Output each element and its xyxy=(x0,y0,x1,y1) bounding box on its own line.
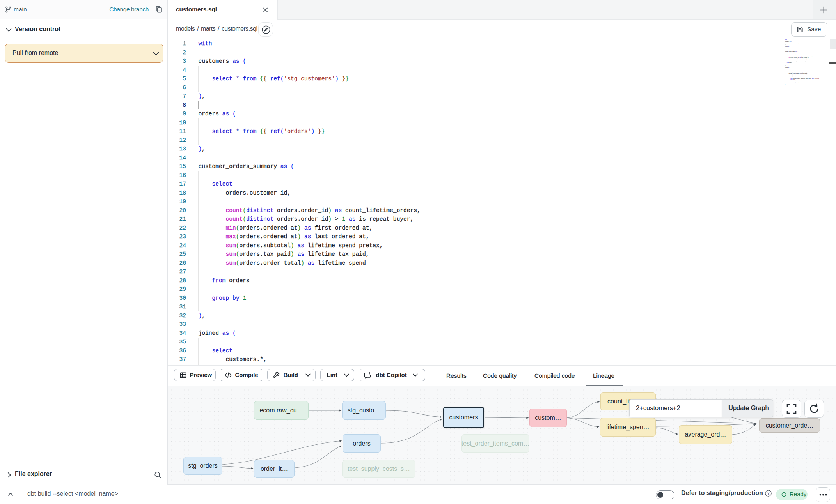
svg-text:?: ? xyxy=(767,491,770,495)
